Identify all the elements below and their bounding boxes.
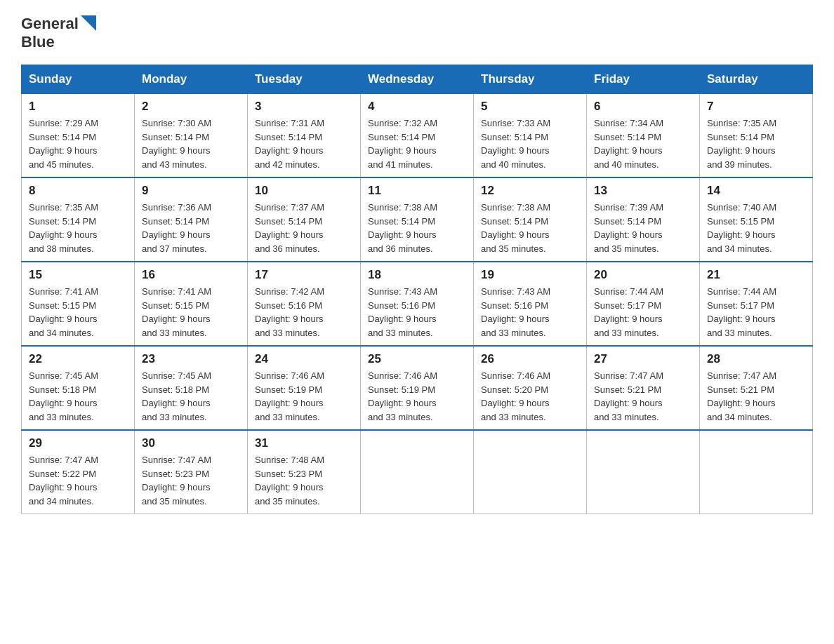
day-number: 24 [255,352,353,366]
day-info: Sunrise: 7:46 AM Sunset: 5:19 PM Dayligh… [368,369,466,424]
day-number: 5 [481,100,579,114]
day-number: 11 [368,184,466,198]
calendar-cell: 22 Sunrise: 7:45 AM Sunset: 5:18 PM Dayl… [22,346,135,430]
calendar-cell: 25 Sunrise: 7:46 AM Sunset: 5:19 PM Dayl… [361,346,474,430]
day-info: Sunrise: 7:38 AM Sunset: 5:14 PM Dayligh… [481,201,579,255]
day-number: 16 [142,268,240,282]
day-number: 7 [707,100,805,114]
calendar-cell: 14 Sunrise: 7:40 AM Sunset: 5:15 PM Dayl… [700,177,813,262]
calendar-cell: 16 Sunrise: 7:41 AM Sunset: 5:15 PM Dayl… [135,262,248,346]
day-info: Sunrise: 7:38 AM Sunset: 5:14 PM Dayligh… [368,201,466,255]
calendar-header-row: SundayMondayTuesdayWednesdayThursdayFrid… [22,65,813,94]
day-number: 9 [142,184,240,198]
calendar-table: SundayMondayTuesdayWednesdayThursdayFrid… [21,65,813,514]
day-info: Sunrise: 7:43 AM Sunset: 5:16 PM Dayligh… [481,285,579,340]
day-info: Sunrise: 7:46 AM Sunset: 5:19 PM Dayligh… [255,369,353,424]
calendar-cell: 18 Sunrise: 7:43 AM Sunset: 5:16 PM Dayl… [361,262,474,346]
day-number: 3 [255,100,353,114]
logo: General Blue [21,14,96,51]
day-number: 12 [481,184,579,198]
day-number: 26 [481,352,579,366]
day-number: 15 [29,268,127,282]
day-info: Sunrise: 7:34 AM Sunset: 5:14 PM Dayligh… [594,116,692,171]
day-number: 13 [594,184,692,198]
weekday-header-thursday: Thursday [474,65,587,94]
calendar-week-row: 29 Sunrise: 7:47 AM Sunset: 5:22 PM Dayl… [22,430,813,514]
calendar-cell: 4 Sunrise: 7:32 AM Sunset: 5:14 PM Dayli… [361,94,474,178]
day-number: 30 [142,436,240,450]
weekday-header-tuesday: Tuesday [248,65,361,94]
weekday-header-friday: Friday [587,65,700,94]
calendar-cell: 5 Sunrise: 7:33 AM Sunset: 5:14 PM Dayli… [474,94,587,178]
calendar-cell: 19 Sunrise: 7:43 AM Sunset: 5:16 PM Dayl… [474,262,587,346]
svg-marker-0 [81,15,96,31]
day-number: 14 [707,184,805,198]
day-info: Sunrise: 7:44 AM Sunset: 5:17 PM Dayligh… [707,285,805,340]
day-info: Sunrise: 7:41 AM Sunset: 5:15 PM Dayligh… [142,285,240,340]
calendar-cell: 20 Sunrise: 7:44 AM Sunset: 5:17 PM Dayl… [587,262,700,346]
weekday-header-monday: Monday [135,65,248,94]
day-info: Sunrise: 7:47 AM Sunset: 5:22 PM Dayligh… [29,453,127,508]
day-number: 23 [142,352,240,366]
calendar-cell: 27 Sunrise: 7:47 AM Sunset: 5:21 PM Dayl… [587,346,700,430]
calendar-week-row: 22 Sunrise: 7:45 AM Sunset: 5:18 PM Dayl… [22,346,813,430]
calendar-week-row: 15 Sunrise: 7:41 AM Sunset: 5:15 PM Dayl… [22,262,813,346]
day-info: Sunrise: 7:39 AM Sunset: 5:14 PM Dayligh… [594,201,692,255]
calendar-cell: 3 Sunrise: 7:31 AM Sunset: 5:14 PM Dayli… [248,94,361,178]
day-info: Sunrise: 7:42 AM Sunset: 5:16 PM Dayligh… [255,285,353,340]
weekday-header-sunday: Sunday [22,65,135,94]
logo-text-blue: Blue [21,33,55,51]
page-header: General Blue [21,14,813,51]
calendar-cell: 13 Sunrise: 7:39 AM Sunset: 5:14 PM Dayl… [587,177,700,262]
calendar-cell: 29 Sunrise: 7:47 AM Sunset: 5:22 PM Dayl… [22,430,135,514]
logo-triangle-icon [81,15,96,31]
calendar-cell: 31 Sunrise: 7:48 AM Sunset: 5:23 PM Dayl… [248,430,361,514]
day-info: Sunrise: 7:32 AM Sunset: 5:14 PM Dayligh… [368,116,466,171]
day-number: 1 [29,100,127,114]
day-number: 10 [255,184,353,198]
day-info: Sunrise: 7:40 AM Sunset: 5:15 PM Dayligh… [707,201,805,255]
day-info: Sunrise: 7:41 AM Sunset: 5:15 PM Dayligh… [29,285,127,340]
day-number: 2 [142,100,240,114]
calendar-cell: 11 Sunrise: 7:38 AM Sunset: 5:14 PM Dayl… [361,177,474,262]
logo-text-general: General [21,15,79,32]
day-number: 6 [594,100,692,114]
day-number: 22 [29,352,127,366]
calendar-cell: 26 Sunrise: 7:46 AM Sunset: 5:20 PM Dayl… [474,346,587,430]
day-number: 25 [368,352,466,366]
calendar-cell [474,430,587,514]
day-info: Sunrise: 7:45 AM Sunset: 5:18 PM Dayligh… [29,369,127,424]
calendar-week-row: 1 Sunrise: 7:29 AM Sunset: 5:14 PM Dayli… [22,94,813,178]
day-info: Sunrise: 7:44 AM Sunset: 5:17 PM Dayligh… [594,285,692,340]
day-number: 18 [368,268,466,282]
day-info: Sunrise: 7:37 AM Sunset: 5:14 PM Dayligh… [255,201,353,255]
calendar-cell: 12 Sunrise: 7:38 AM Sunset: 5:14 PM Dayl… [474,177,587,262]
day-info: Sunrise: 7:47 AM Sunset: 5:21 PM Dayligh… [594,369,692,424]
weekday-header-saturday: Saturday [700,65,813,94]
calendar-cell [361,430,474,514]
calendar-cell: 28 Sunrise: 7:47 AM Sunset: 5:21 PM Dayl… [700,346,813,430]
day-info: Sunrise: 7:46 AM Sunset: 5:20 PM Dayligh… [481,369,579,424]
day-number: 17 [255,268,353,282]
calendar-cell: 17 Sunrise: 7:42 AM Sunset: 5:16 PM Dayl… [248,262,361,346]
calendar-cell: 7 Sunrise: 7:35 AM Sunset: 5:14 PM Dayli… [700,94,813,178]
calendar-cell [700,430,813,514]
calendar-cell: 23 Sunrise: 7:45 AM Sunset: 5:18 PM Dayl… [135,346,248,430]
day-info: Sunrise: 7:35 AM Sunset: 5:14 PM Dayligh… [707,116,805,171]
day-info: Sunrise: 7:45 AM Sunset: 5:18 PM Dayligh… [142,369,240,424]
calendar-cell: 24 Sunrise: 7:46 AM Sunset: 5:19 PM Dayl… [248,346,361,430]
calendar-cell: 6 Sunrise: 7:34 AM Sunset: 5:14 PM Dayli… [587,94,700,178]
calendar-cell: 30 Sunrise: 7:47 AM Sunset: 5:23 PM Dayl… [135,430,248,514]
day-info: Sunrise: 7:33 AM Sunset: 5:14 PM Dayligh… [481,116,579,171]
day-number: 27 [594,352,692,366]
day-number: 29 [29,436,127,450]
calendar-cell: 21 Sunrise: 7:44 AM Sunset: 5:17 PM Dayl… [700,262,813,346]
day-number: 4 [368,100,466,114]
weekday-header-wednesday: Wednesday [361,65,474,94]
day-info: Sunrise: 7:31 AM Sunset: 5:14 PM Dayligh… [255,116,353,171]
calendar-cell [587,430,700,514]
day-number: 28 [707,352,805,366]
calendar-cell: 8 Sunrise: 7:35 AM Sunset: 5:14 PM Dayli… [22,177,135,262]
calendar-cell: 2 Sunrise: 7:30 AM Sunset: 5:14 PM Dayli… [135,94,248,178]
day-info: Sunrise: 7:47 AM Sunset: 5:21 PM Dayligh… [707,369,805,424]
